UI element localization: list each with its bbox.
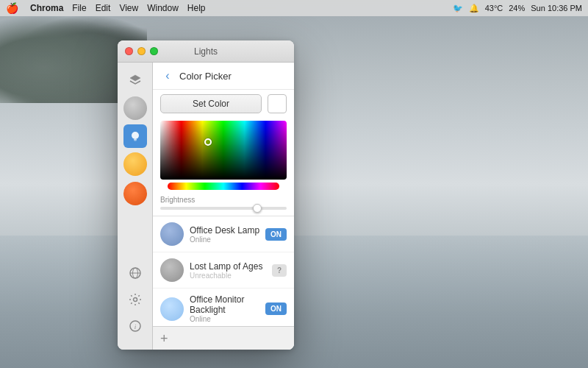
svg-rect-2 [134, 141, 136, 141]
device-name: Office Desk Lamp [190, 225, 265, 236]
sidebar-icon-settings[interactable] [123, 288, 147, 311]
svg-point-6 [133, 298, 137, 302]
color-cursor [204, 138, 212, 146]
device-info: Lost Lamp of Ages Unreachable [190, 261, 272, 280]
set-color-row: Set Color [153, 90, 294, 118]
device-name: Lost Lamp of Ages [190, 261, 272, 272]
brightness-section: Brightness [153, 193, 294, 216]
sidebar-icon-globe[interactable] [123, 261, 147, 285]
device-toggle-button[interactable]: ON [265, 302, 287, 315]
menubar-right: 🐦 🔔 43°C 24% Sun 10:36 PM [453, 4, 582, 13]
add-button[interactable]: + [160, 332, 168, 345]
device-bulb-icon [160, 297, 184, 321]
window-title: Lights [194, 46, 218, 57]
menu-help[interactable]: Help [187, 3, 206, 13]
table-row[interactable]: Lost Lamp of Ages Unreachable ? [153, 252, 294, 289]
table-row[interactable]: Office Monitor Backlight Online ON [153, 289, 294, 326]
hue-slider[interactable] [168, 183, 279, 190]
sidebar-icon-layers[interactable] [123, 68, 147, 92]
brightness-thumb[interactable] [253, 204, 262, 213]
menu-edit[interactable]: Edit [96, 3, 111, 13]
device-info: Office Desk Lamp Online [190, 225, 265, 244]
device-bulb-icon [160, 258, 184, 282]
set-color-button[interactable]: Set Color [160, 94, 262, 113]
svg-point-0 [132, 132, 139, 139]
temp-display: 43°C [485, 4, 503, 13]
close-button[interactable] [125, 47, 133, 55]
sidebar-item-bulb-active[interactable] [123, 124, 147, 148]
apple-menu[interactable]: 🍎 [6, 2, 18, 14]
menubar: 🍎 Chroma File Edit View Window Help 🐦 🔔 … [0, 0, 588, 16]
maximize-button[interactable] [150, 47, 158, 55]
device-status: Online [190, 315, 265, 323]
sidebar-bulb-gray[interactable] [123, 96, 147, 120]
back-button[interactable]: ‹ [160, 68, 175, 83]
color-preview-swatch [268, 94, 287, 113]
sidebar-icon-info[interactable]: i [123, 314, 147, 338]
menu-file[interactable]: File [72, 3, 86, 13]
menubar-left: 🍎 Chroma File Edit View Window Help [6, 2, 206, 14]
window-footer: + [153, 326, 294, 350]
device-status: Unreachable [190, 272, 272, 280]
device-toggle-button[interactable]: ON [265, 228, 287, 241]
brightness-slider[interactable] [160, 207, 287, 210]
sidebar-bulb-orange[interactable] [123, 182, 147, 205]
brightness-label: Brightness [160, 196, 287, 204]
minimize-button[interactable] [137, 47, 146, 55]
cp-title: Color Picker [179, 71, 232, 82]
color-picker-panel: ‹ Color Picker Set Color [153, 63, 294, 216]
device-list: Office Desk Lamp Online ON Lost Lamp of … [153, 216, 294, 326]
window-controls [125, 47, 158, 55]
menu-window[interactable]: Window [147, 3, 179, 13]
sidebar: i [118, 63, 153, 350]
svg-rect-1 [134, 139, 137, 141]
main-content: ‹ Color Picker Set Color [153, 63, 294, 350]
device-status: Online [190, 236, 265, 244]
sidebar-bottom: i [123, 261, 147, 344]
sidebar-bulb-yellow[interactable] [123, 152, 147, 176]
table-row[interactable]: Office Desk Lamp Online ON [153, 216, 294, 252]
color-gradient-picker[interactable] [160, 121, 287, 180]
device-name: Office Monitor Backlight [190, 294, 265, 315]
app-window: Lights [118, 40, 294, 350]
svg-text:i: i [134, 323, 136, 330]
cp-header: ‹ Color Picker [153, 63, 294, 90]
window-body: i ‹ Color Picker Set Color [118, 63, 294, 350]
clock-display: Sun 10:36 PM [531, 4, 582, 13]
device-bulb-icon [160, 222, 184, 246]
device-toggle-button[interactable]: ? [272, 264, 287, 277]
menu-view[interactable]: View [119, 3, 138, 13]
twitter-icon: 🐦 [453, 4, 463, 13]
window-titlebar: Lights [118, 40, 294, 63]
battery-display: 24% [509, 4, 525, 13]
notification-icon: 🔔 [469, 4, 479, 13]
desktop-background [0, 0, 588, 368]
app-name: Chroma [30, 3, 63, 13]
device-info: Office Monitor Backlight Online [190, 294, 265, 323]
hue-bar-container [160, 183, 287, 190]
